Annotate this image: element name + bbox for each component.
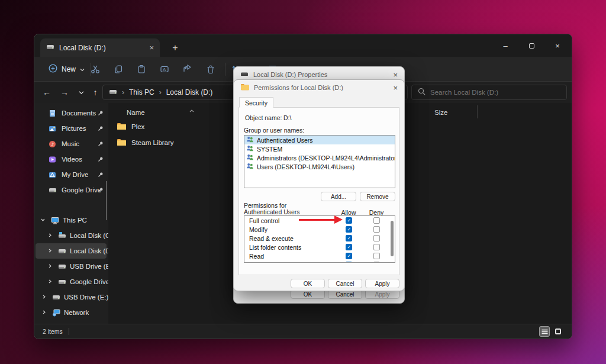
drive-icon xyxy=(109,88,117,98)
allow-checkbox-modify[interactable] xyxy=(346,226,352,233)
pin-icon xyxy=(98,141,104,148)
details-view-button[interactable] xyxy=(539,326,550,337)
deny-checkbox-read-execute[interactable] xyxy=(373,235,380,241)
permissions-dialog-title: Permissions for Local Disk (D:) xyxy=(254,84,343,91)
close-button[interactable]: × xyxy=(544,34,570,57)
breadcrumb-this-pc[interactable]: This PC xyxy=(129,88,154,96)
users-icon xyxy=(246,154,254,162)
new-button[interactable]: New xyxy=(43,62,91,77)
sidebar-item-videos[interactable]: Videos xyxy=(36,152,107,167)
allow-checkbox-full-control[interactable] xyxy=(346,217,352,224)
tab-close-icon[interactable]: × xyxy=(149,43,154,52)
permission-row-modify: Modify xyxy=(244,225,395,234)
ok-button[interactable]: OK xyxy=(291,279,325,288)
column-divider[interactable] xyxy=(477,105,478,118)
sidebar-item-network[interactable]: Network xyxy=(36,305,107,320)
statusbar-divider xyxy=(69,328,69,335)
sidebar-item-pictures[interactable]: Pictures xyxy=(36,121,107,136)
up-button[interactable]: ↑ xyxy=(88,85,103,99)
allow-checkbox-list-folder[interactable] xyxy=(346,244,352,250)
sidebar-item-this-pc[interactable]: This PC xyxy=(36,212,107,228)
sidebar-item-usb-drive-e2[interactable]: USB Drive (E:) xyxy=(36,289,107,305)
apply-button[interactable]: Apply xyxy=(365,279,399,288)
recent-locations-button[interactable] xyxy=(73,85,89,99)
chevron-right-icon[interactable] xyxy=(47,279,53,284)
music-icon: ♪ xyxy=(49,140,56,148)
sidebar-item-label: Music xyxy=(62,140,79,147)
allow-checkbox-partial[interactable] xyxy=(346,262,352,263)
tab-security[interactable]: Security xyxy=(239,97,273,108)
plus-circle-icon xyxy=(49,64,57,75)
sidebar-item-local-disk-d[interactable]: Local Disk (D:) xyxy=(36,243,107,259)
deny-checkbox-list-folder[interactable] xyxy=(373,244,380,250)
drive-icon xyxy=(58,278,66,286)
chevron-right-icon[interactable] xyxy=(47,233,53,238)
permissions-list[interactable]: Full control Modify Read & execute List … xyxy=(244,215,395,263)
permissions-dialog-titlebar[interactable]: Permissions for Local Disk (D:) × xyxy=(234,80,404,95)
deny-checkbox-modify[interactable] xyxy=(373,226,380,233)
list-item-system[interactable]: SYSTEM xyxy=(244,144,395,153)
tab-local-disk-d[interactable]: Local Disk (D:) × xyxy=(40,38,160,57)
chevron-right-icon[interactable] xyxy=(41,310,47,315)
paste-button[interactable] xyxy=(133,61,150,78)
list-item-users[interactable]: Users (DESKTOP-LM924L4\Users) xyxy=(244,162,395,171)
deny-checkbox-read[interactable] xyxy=(373,253,380,259)
close-icon[interactable]: × xyxy=(393,70,398,79)
delete-button[interactable] xyxy=(202,61,220,78)
column-header-size[interactable]: Size xyxy=(434,109,447,116)
back-button[interactable]: ← xyxy=(39,85,54,99)
chevron-right-icon[interactable] xyxy=(47,248,53,253)
sidebar-item-google-drive-tree[interactable]: Google Drive ( xyxy=(36,274,107,289)
sidebar-item-local-disk-c[interactable]: Local Disk (C:) xyxy=(36,228,107,243)
file-row-steam-library[interactable]: Steam Library xyxy=(112,136,174,150)
document-icon xyxy=(49,109,56,117)
maximize-button[interactable] xyxy=(518,34,544,57)
group-user-list[interactable]: Authenticated Users SYSTEM Administrator… xyxy=(244,135,395,188)
rename-button[interactable]: A xyxy=(156,61,173,78)
network-icon xyxy=(52,309,60,317)
column-header-name[interactable]: Name xyxy=(127,109,145,116)
deny-checkbox-partial[interactable] xyxy=(373,262,380,263)
search-box[interactable] xyxy=(411,85,567,100)
chevron-right-icon[interactable] xyxy=(47,263,53,269)
sidebar-item-label: Google Drive xyxy=(62,186,101,194)
cancel-button[interactable]: Cancel xyxy=(328,279,362,288)
large-icons-view-button[interactable] xyxy=(553,326,563,337)
sidebar-item-usb-drive-e[interactable]: USB Drive (E:) xyxy=(36,259,107,274)
permission-row-partial xyxy=(244,260,395,263)
chevron-down-icon[interactable] xyxy=(40,217,46,223)
search-input[interactable] xyxy=(430,89,549,96)
remove-button[interactable]: Remove xyxy=(360,192,395,201)
file-name: Steam Library xyxy=(131,139,174,146)
cut-button[interactable] xyxy=(86,61,104,78)
breadcrumb-local-disk-d[interactable]: Local Disk (D:) xyxy=(166,88,213,96)
copy-button[interactable] xyxy=(109,61,127,78)
group-name: SYSTEM xyxy=(257,146,282,153)
allow-checkbox-read[interactable] xyxy=(346,253,352,259)
object-name-label: Object name: xyxy=(245,114,282,121)
svg-text:♪: ♪ xyxy=(51,141,54,147)
deny-checkbox-full-control[interactable] xyxy=(373,217,380,224)
users-icon xyxy=(246,145,254,153)
list-item-authenticated-users[interactable]: Authenticated Users xyxy=(244,136,395,144)
close-icon[interactable]: × xyxy=(393,83,398,92)
chevron-right-icon[interactable] xyxy=(41,294,47,299)
file-row-plex[interactable]: Plex xyxy=(112,120,144,134)
new-tab-button[interactable]: + xyxy=(167,38,183,57)
forward-button[interactable]: → xyxy=(57,85,72,99)
sidebar-item-documents[interactable]: Documents xyxy=(36,105,107,121)
chevron-down-icon xyxy=(80,65,85,73)
permissions-for-label: Permissions for Authenticated Users xyxy=(244,202,322,215)
sidebar-item-my-drive[interactable]: My Drive xyxy=(36,167,107,182)
sidebar-item-music[interactable]: ♪ Music xyxy=(36,136,107,152)
share-button[interactable] xyxy=(179,61,196,78)
permission-name: Full control xyxy=(249,217,279,224)
navigation-pane: Documents Pictures ♪ Music Videos My Dri… xyxy=(34,103,108,324)
minimize-button[interactable]: – xyxy=(492,34,518,57)
allow-checkbox-read-execute[interactable] xyxy=(346,235,352,241)
drive-icon xyxy=(52,293,60,301)
sidebar-item-google-drive[interactable]: Google Drive xyxy=(36,182,107,198)
add-button[interactable]: Add... xyxy=(321,192,356,201)
permissions-scrollbar[interactable] xyxy=(391,221,394,256)
list-item-administrators[interactable]: Administrators (DESKTOP-LM924L4\Administ… xyxy=(244,153,395,162)
